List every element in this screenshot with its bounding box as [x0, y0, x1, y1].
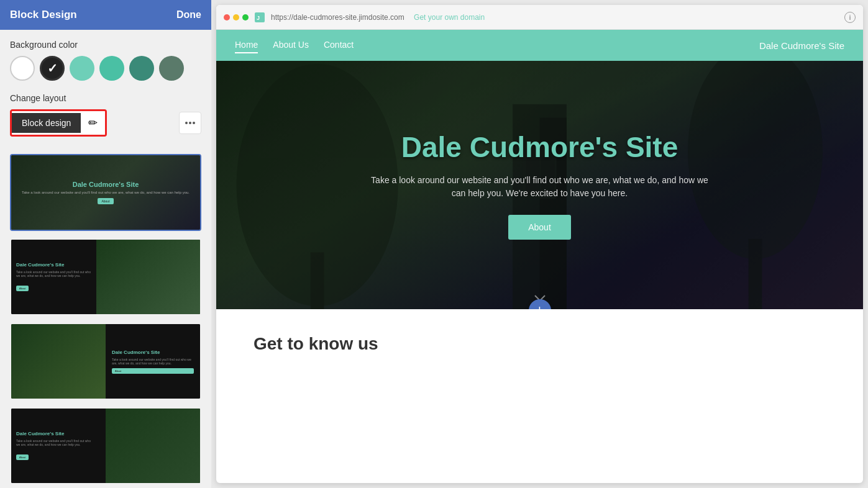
browser-url: https://dale-cudmores-site.jimdosite.com… [271, 13, 838, 22]
below-hero-section: Get to know us [216, 309, 863, 379]
layout1-preview-title: Dale Cudmore's Site [73, 181, 139, 188]
color-swatch-dark[interactable]: ✓ [40, 56, 65, 81]
design-icon-button[interactable]: ✏ [81, 111, 105, 135]
layout2-preview-btn: About [16, 286, 29, 291]
layout-option-1[interactable]: Dale Cudmore's Site Take a look around o… [10, 154, 201, 231]
layout-thumb-2: Dale Cudmore's Site Take a look around o… [11, 240, 200, 314]
nav-contact[interactable]: Contact [324, 37, 354, 53]
layout4-preview-title: Dale Cudmore's Site [16, 431, 96, 436]
layout4-preview-subtitle: Take a look around our website and you'l… [16, 439, 96, 446]
browser-dot-red [224, 14, 230, 20]
layout-thumb-3: Dale Cudmore's Site Take a look around o… [11, 324, 200, 399]
layout1-preview-btn: About [98, 198, 113, 204]
color-swatch-teal-light[interactable] [70, 56, 94, 81]
block-design-button[interactable]: Block design [12, 113, 81, 133]
info-icon: i [844, 12, 856, 23]
right-panel: J https://dale-cudmores-site.jimdosite.c… [211, 0, 868, 488]
layout-option-2[interactable]: Dale Cudmore's Site Take a look around o… [10, 238, 201, 315]
dot1 [185, 122, 188, 124]
panel-title: Block Design [10, 9, 77, 21]
jimdo-logo-icon: J [255, 13, 264, 22]
layout-option-4[interactable]: Dale Cudmore's Site Take a look around o… [10, 407, 201, 484]
get-own-domain-link[interactable]: Get your own domain [414, 13, 485, 22]
block-design-toolbar: Block design ✏ [10, 109, 107, 137]
color-swatches: ✓ [10, 56, 201, 81]
browser-favicon: J [255, 12, 265, 22]
bg-color-label: Background color [10, 40, 201, 50]
url-prefix: https:// [271, 13, 293, 22]
dot2 [189, 122, 191, 124]
svg-text:J: J [257, 15, 260, 21]
selected-checkmark: ✓ [47, 61, 58, 76]
layout-thumb-4: Dale Cudmore's Site Take a look around o… [11, 409, 200, 483]
layout3-preview-subtitle: Take a look around our website and you'l… [112, 358, 194, 365]
site-content: Home About Us Contact Dale Cudmore's Sit… [216, 30, 863, 483]
url-domain: dale-cudmores-site.jimdosite.com [293, 13, 404, 22]
site-nav: Home About Us Contact Dale Cudmore's Sit… [216, 30, 863, 61]
layout3-preview-btn: About [112, 368, 194, 374]
layout2-preview-title: Dale Cudmore's Site [16, 262, 92, 268]
left-panel: Block Design Done Background color ✓ Cha… [0, 0, 211, 488]
panel-body: Background color ✓ Change layout Block d… [0, 30, 211, 488]
color-swatch-white[interactable] [10, 56, 35, 81]
layout4-preview-btn: About [16, 454, 29, 460]
hero-content: Dale Cudmore's Site Take a look around o… [216, 61, 863, 309]
get-to-know-title: Get to know us [254, 334, 826, 354]
browser-dot-yellow [233, 14, 239, 20]
nav-links: Home About Us Contact [235, 37, 354, 53]
panel-header: Block Design Done [0, 0, 211, 30]
hero-about-button[interactable]: About [508, 215, 571, 240]
hero-title: Dale Cudmore's Site [401, 130, 678, 164]
layout1-preview-subtitle: Take a look around our website and you'l… [22, 191, 190, 194]
nav-site-title: Dale Cudmore's Site [759, 40, 844, 51]
browser-dots [224, 14, 249, 20]
pen-tool-icon: ✏ [88, 116, 98, 130]
layout3-preview-title: Dale Cudmore's Site [112, 350, 194, 355]
layout2-preview-subtitle: Take a look around our website and you'l… [16, 270, 92, 278]
done-button[interactable]: Done [176, 9, 201, 20]
color-swatch-gray[interactable] [159, 56, 184, 81]
browser-dot-green [242, 14, 249, 20]
color-swatch-teal-medium[interactable] [99, 56, 124, 81]
dot3 [193, 122, 195, 124]
hero-subtitle: Take a look around our website and you'l… [366, 174, 714, 200]
hero-section: Dale Cudmore's Site Take a look around o… [216, 61, 863, 309]
browser-bar: J https://dale-cudmores-site.jimdosite.c… [216, 5, 863, 30]
nav-home[interactable]: Home [235, 37, 258, 53]
layout-thumb-1: Dale Cudmore's Site Take a look around o… [11, 155, 200, 230]
nav-about-us[interactable]: About Us [273, 37, 309, 53]
more-options-button[interactable] [179, 112, 201, 134]
browser-window: J https://dale-cudmores-site.jimdosite.c… [216, 5, 863, 483]
change-layout-label: Change layout [10, 93, 201, 103]
layout-option-3[interactable]: Dale Cudmore's Site Take a look around o… [10, 323, 201, 400]
color-swatch-teal-dark[interactable] [129, 56, 154, 81]
